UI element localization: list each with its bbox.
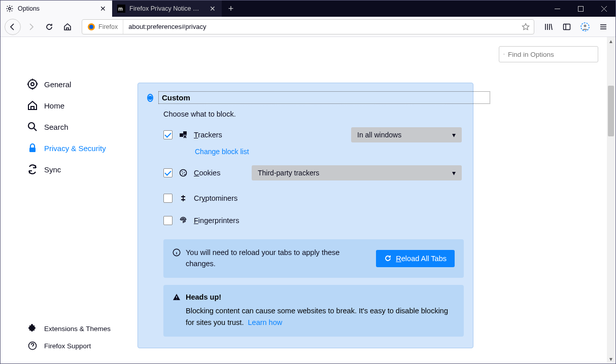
sidebar-item-label: Search: [44, 123, 69, 131]
svg-point-12: [503, 54, 504, 55]
back-button[interactable]: [5, 19, 21, 35]
svg-point-16: [182, 173, 183, 174]
sidebar-icon[interactable]: [559, 19, 575, 35]
search-icon: [503, 51, 505, 58]
library-icon[interactable]: [540, 19, 557, 35]
nav-toolbar: Firefox: [1, 17, 615, 37]
tab-options[interactable]: Options ✕: [1, 1, 112, 17]
identity-box[interactable]: Firefox: [82, 20, 123, 34]
cookies-icon: [179, 168, 188, 177]
sidebar-item-label: Extensions & Themes: [44, 325, 111, 333]
gear-icon: [27, 79, 38, 90]
tab-privacy-notice[interactable]: m Firefox Privacy Notice — Mozilla ✕: [112, 1, 222, 17]
svg-rect-3: [578, 6, 583, 11]
tab-label: Options: [18, 5, 95, 12]
scroll-thumb[interactable]: [608, 86, 614, 136]
checkbox-cookies[interactable]: [163, 168, 173, 177]
new-tab-button[interactable]: +: [222, 1, 240, 17]
option-cryptominers: Cryptominers: [163, 194, 464, 203]
svg-text:m: m: [118, 6, 123, 12]
warning-title: Heads up!: [186, 293, 221, 301]
sidebar-item-home[interactable]: Home: [21, 95, 132, 116]
close-window-button[interactable]: [592, 1, 615, 17]
reload-button[interactable]: [41, 19, 57, 35]
sidebar-item-sync[interactable]: Sync: [21, 159, 132, 180]
home-icon: [27, 100, 38, 111]
reload-message: You will need to reload your tabs to app…: [186, 247, 368, 270]
home-button[interactable]: [59, 19, 76, 35]
vertical-scrollbar[interactable]: ▲ ▼: [607, 37, 615, 363]
find-in-options[interactable]: [499, 46, 598, 62]
option-cookies: Cookies Third-party trackers ▾: [163, 165, 464, 180]
cryptominers-icon: [179, 194, 188, 203]
sidebar-item-support[interactable]: Firefox Support: [21, 337, 132, 354]
search-icon: [27, 121, 38, 132]
scroll-up-arrow[interactable]: ▲: [607, 37, 615, 45]
svg-point-9: [28, 123, 35, 129]
reload-info: You will need to reload your tabs to app…: [163, 239, 464, 278]
dropdown-value: In all windows: [357, 131, 401, 139]
chevron-down-icon: ▾: [452, 131, 456, 139]
titlebar: Options ✕ m Firefox Privacy Notice — Moz…: [1, 1, 615, 17]
profile-icon[interactable]: [577, 19, 593, 35]
sidebar-item-privacy[interactable]: Privacy & Security: [21, 137, 132, 159]
sidebar-item-search[interactable]: Search: [21, 116, 132, 137]
checkbox-fingerprinters[interactable]: [163, 216, 173, 225]
close-icon[interactable]: ✕: [99, 5, 107, 13]
change-blocklist-link[interactable]: Change block list: [195, 148, 249, 156]
scroll-down-arrow[interactable]: ▼: [607, 355, 615, 363]
find-input[interactable]: [508, 51, 594, 58]
learn-how-link[interactable]: Learn how: [248, 318, 283, 326]
categories-sidebar: General Home Search Privacy & Security S…: [1, 37, 132, 363]
sidebar-item-general[interactable]: General: [21, 74, 132, 95]
url-input[interactable]: [123, 23, 518, 30]
svg-point-15: [184, 172, 185, 173]
option-fingerprinters: Fingerprinters: [163, 216, 464, 225]
svg-point-13: [180, 170, 187, 176]
warning-icon: [173, 293, 181, 301]
sidebar-item-label: Firefox Support: [44, 342, 91, 350]
radio-custom[interactable]: [147, 94, 153, 102]
sidebar-item-label: General: [44, 80, 71, 89]
url-bar[interactable]: Firefox: [82, 19, 534, 34]
heads-up-warning: Heads up! Blocking content can cause som…: [163, 285, 464, 337]
svg-rect-10: [29, 148, 36, 152]
sidebar-item-extensions[interactable]: Extensions & Themes: [21, 320, 132, 337]
sidebar-item-label: Privacy & Security: [44, 144, 106, 153]
info-icon: [173, 248, 181, 257]
sync-icon: [27, 164, 38, 175]
option-label: Cookies: [194, 169, 220, 177]
option-label: Fingerprinters: [194, 216, 239, 225]
close-icon[interactable]: ✕: [209, 5, 217, 13]
help-icon: [27, 340, 38, 351]
option-label: Trackers: [194, 131, 222, 139]
checkbox-trackers[interactable]: [163, 130, 173, 139]
svg-point-5: [89, 25, 93, 29]
checkbox-cryptominers[interactable]: [163, 194, 173, 203]
fingerprint-icon: [179, 216, 188, 225]
panel-title: Custom: [158, 91, 490, 104]
tab-strip: Options ✕ m Firefox Privacy Notice — Moz…: [1, 1, 545, 17]
svg-point-14: [182, 171, 183, 172]
mozilla-icon: m: [117, 5, 125, 13]
chevron-down-icon: ▾: [452, 169, 456, 177]
dropdown-trackers-scope[interactable]: In all windows ▾: [351, 127, 462, 142]
maximize-button[interactable]: [569, 1, 592, 17]
minimize-button[interactable]: [545, 1, 569, 17]
panel-subtitle: Choose what to block.: [163, 110, 464, 118]
menu-button[interactable]: [595, 19, 611, 35]
reload-all-tabs-button[interactable]: Reload All Tabs: [376, 250, 455, 267]
trackers-icon: [179, 130, 188, 139]
option-trackers: Trackers In all windows ▾: [163, 127, 464, 142]
forward-button[interactable]: [23, 19, 39, 35]
gear-icon: [6, 5, 14, 13]
custom-blocking-panel: Custom Choose what to block. Trackers In…: [138, 83, 473, 348]
svg-point-0: [9, 8, 11, 10]
tab-label: Firefox Privacy Notice — Mozilla: [129, 5, 204, 12]
dropdown-cookies-scope[interactable]: Third-party trackers ▾: [252, 165, 462, 180]
bookmark-star-icon[interactable]: [518, 23, 534, 31]
main-pane: Custom Choose what to block. Trackers In…: [132, 37, 615, 363]
dropdown-value: Third-party trackers: [258, 169, 319, 177]
preferences-content: General Home Search Privacy & Security S…: [1, 37, 615, 363]
identity-label: Firefox: [98, 23, 118, 30]
